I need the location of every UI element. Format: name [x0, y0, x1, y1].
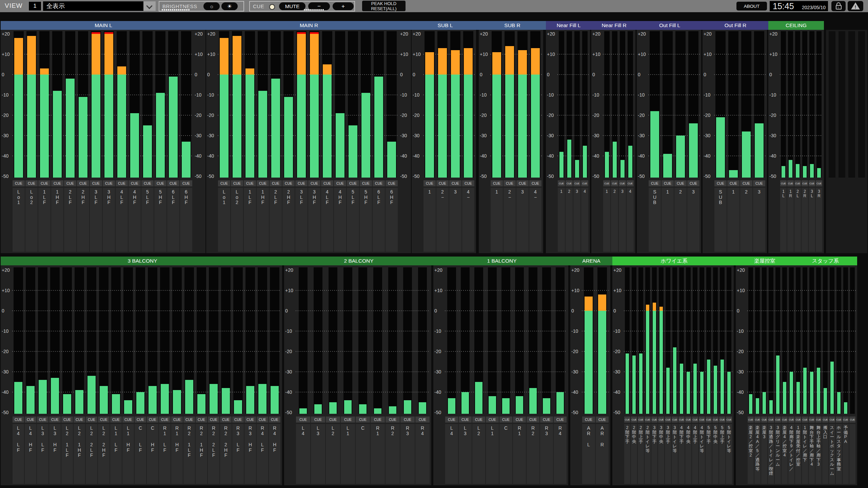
- cue-cell[interactable]: CUE: [638, 416, 644, 423]
- cue-cell[interactable]: CUE: [740, 180, 752, 186]
- cue-cell[interactable]: CUE: [624, 416, 630, 423]
- cue-cell[interactable]: CUE: [180, 180, 192, 186]
- cue-cell[interactable]: CUE: [77, 180, 89, 186]
- cue-cell[interactable]: CUE: [529, 180, 541, 186]
- cue-cell[interactable]: CUE: [244, 180, 256, 186]
- cue-cell[interactable]: CUE: [802, 180, 808, 186]
- cue-cell[interactable]: CUE: [516, 180, 529, 186]
- cue-cell[interactable]: CUE: [449, 180, 461, 186]
- cue-cell[interactable]: CUE: [141, 180, 154, 186]
- peak-hold-reset-button[interactable]: PEAK HOLD RESET(ALL): [362, 1, 406, 11]
- cue-cell[interactable]: CUE: [295, 180, 308, 186]
- cue-cell[interactable]: CUE: [171, 416, 183, 423]
- cue-cell[interactable]: CUE: [326, 416, 340, 423]
- cue-cell[interactable]: CUE: [687, 180, 699, 186]
- cue-cell[interactable]: CUE: [706, 416, 712, 423]
- cue-cell[interactable]: CUE: [386, 416, 400, 423]
- cue-cell[interactable]: CUE: [782, 416, 788, 423]
- cue-cell[interactable]: CUE: [147, 416, 158, 423]
- cue-cell[interactable]: CUE: [220, 416, 232, 423]
- cue-plus-button[interactable]: +: [333, 2, 354, 10]
- cue-cell[interactable]: CUE: [836, 416, 842, 423]
- cue-cell[interactable]: CUE: [566, 180, 573, 186]
- cue-cell[interactable]: CUE: [400, 416, 415, 423]
- cue-cell[interactable]: CUE: [61, 416, 73, 423]
- cue-cell[interactable]: CUE: [822, 416, 828, 423]
- cue-cell[interactable]: CUE: [373, 180, 385, 186]
- cue-cell[interactable]: CUE: [244, 416, 256, 423]
- cue-cell[interactable]: CUE: [296, 416, 310, 423]
- cue-cell[interactable]: CUE: [714, 180, 727, 186]
- cue-cell[interactable]: CUE: [311, 416, 325, 423]
- cue-cell[interactable]: CUE: [64, 180, 76, 186]
- cue-cell[interactable]: CUE: [581, 180, 588, 186]
- cue-cell[interactable]: CUE: [270, 180, 282, 186]
- cue-cell[interactable]: CUE: [674, 180, 687, 186]
- cue-cell[interactable]: CUE: [110, 416, 122, 423]
- cue-cell[interactable]: CUE: [356, 416, 370, 423]
- cue-cell[interactable]: CUE: [154, 180, 166, 186]
- cue-cell[interactable]: CUE: [423, 180, 436, 186]
- cue-cell[interactable]: CUE: [504, 180, 516, 186]
- cue-cell[interactable]: CUE: [611, 180, 618, 186]
- cue-cell[interactable]: CUE: [788, 416, 794, 423]
- cue-cell[interactable]: CUE: [371, 416, 385, 423]
- cue-cell[interactable]: CUE: [651, 416, 657, 423]
- cue-cell[interactable]: CUE: [815, 416, 822, 423]
- cue-cell[interactable]: CUE: [554, 416, 567, 423]
- cue-cell[interactable]: CUE: [540, 416, 553, 423]
- cue-cell[interactable]: CUE: [829, 416, 835, 423]
- cue-cell[interactable]: CUE: [513, 416, 526, 423]
- cue-cell[interactable]: CUE: [98, 416, 110, 423]
- cue-cell[interactable]: CUE: [321, 180, 333, 186]
- cue-cell[interactable]: CUE: [809, 180, 815, 186]
- cue-cell[interactable]: CUE: [462, 180, 474, 186]
- cue-cell[interactable]: CUE: [761, 416, 767, 423]
- cue-cell[interactable]: CUE: [129, 180, 141, 186]
- cue-cell[interactable]: CUE: [208, 416, 219, 423]
- cue-cell[interactable]: CUE: [558, 180, 565, 186]
- cue-cell[interactable]: CUE: [86, 416, 97, 423]
- cue-cell[interactable]: CUE: [25, 416, 36, 423]
- cue-cell[interactable]: CUE: [619, 180, 626, 186]
- cue-cell[interactable]: CUE: [436, 180, 449, 186]
- brightness-up-button[interactable]: ☀: [221, 2, 238, 10]
- cue-cell[interactable]: CUE: [795, 416, 801, 423]
- cue-cell[interactable]: CUE: [231, 180, 243, 186]
- view-select-dropdown-button[interactable]: [143, 1, 156, 11]
- warning-button[interactable]: !: [848, 1, 863, 11]
- cue-cell[interactable]: CUE: [787, 180, 794, 186]
- cue-cell[interactable]: CUE: [74, 416, 85, 423]
- mute-button[interactable]: MUTE: [279, 2, 305, 10]
- brightness-down-button[interactable]: ☼: [203, 2, 220, 10]
- cue-cell[interactable]: CUE: [257, 180, 269, 186]
- cue-cell[interactable]: CUE: [780, 180, 787, 186]
- cue-cell[interactable]: CUE: [49, 416, 61, 423]
- cue-cell[interactable]: CUE: [573, 180, 580, 186]
- cue-cell[interactable]: CUE: [459, 416, 472, 423]
- cue-cell[interactable]: CUE: [135, 416, 146, 423]
- cue-cell[interactable]: CUE: [843, 416, 849, 423]
- cue-cell[interactable]: CUE: [116, 180, 128, 186]
- cue-cell[interactable]: CUE: [794, 180, 801, 186]
- cue-cell[interactable]: CUE: [51, 180, 63, 186]
- view-select[interactable]: 全表示: [43, 1, 156, 11]
- cue-cell[interactable]: CUE: [775, 416, 781, 423]
- cue-cell[interactable]: CUE: [347, 180, 359, 186]
- cue-cell[interactable]: CUE: [672, 416, 678, 423]
- cue-cell[interactable]: CUE: [486, 416, 499, 423]
- cue-cell[interactable]: CUE: [603, 180, 610, 186]
- cue-cell[interactable]: CUE: [386, 180, 398, 186]
- cue-cell[interactable]: CUE: [726, 416, 732, 423]
- cue-cell[interactable]: CUE: [472, 416, 485, 423]
- cue-cell[interactable]: CUE: [90, 180, 102, 186]
- cue-cell[interactable]: CUE: [38, 180, 51, 186]
- cue-cell[interactable]: CUE: [662, 180, 674, 186]
- cue-cell[interactable]: CUE: [849, 416, 855, 423]
- cue-cell[interactable]: CUE: [802, 416, 808, 423]
- cue-cell[interactable]: CUE: [753, 180, 765, 186]
- cue-cell[interactable]: CUE: [218, 180, 230, 186]
- lock-button[interactable]: L: [831, 1, 846, 11]
- cue-cell[interactable]: CUE: [159, 416, 171, 423]
- cue-cell[interactable]: CUE: [103, 180, 115, 186]
